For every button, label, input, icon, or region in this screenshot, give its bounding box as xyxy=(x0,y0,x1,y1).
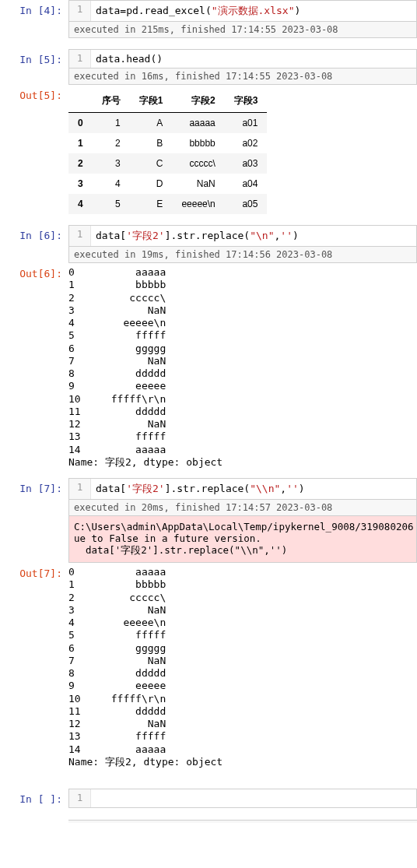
input-area-6: 1 data['字段2'].str.replace("\n",'') execu… xyxy=(68,225,417,263)
table-cell: A xyxy=(130,113,173,134)
table-row: 01Aaaaaaa01 xyxy=(68,113,267,134)
table-header xyxy=(68,90,93,113)
line-number: 1 xyxy=(69,789,91,807)
input-area-7: 1 data['字段2'].str.replace("\\n",'') exec… xyxy=(68,478,417,563)
table-header: 字段3 xyxy=(225,90,268,113)
table-cell: aaaaa xyxy=(172,113,224,134)
table-cell: eeeee\n xyxy=(172,194,224,214)
table-cell: NaN xyxy=(172,174,224,194)
table-cell: 4 xyxy=(93,174,130,194)
stderr-output-7: C:\Users\admin\AppData\Local\Temp/ipyker… xyxy=(68,516,417,563)
row-index: 3 xyxy=(68,174,93,194)
exec-timing-5: executed in 16ms, finished 17:14:55 2023… xyxy=(68,69,417,85)
line-number: 1 xyxy=(69,226,91,246)
prompt-in-empty: In [ ]: xyxy=(0,789,68,809)
table-cell: 3 xyxy=(93,153,130,174)
output-area-5: 序号字段1字段2字段3 01Aaaaaaa0112Bbbbbba0223Cccc… xyxy=(68,85,417,225)
cell-in-6: In [6]: 1 data['字段2'].str.replace("\n",'… xyxy=(0,225,417,263)
exec-timing-4: executed in 215ms, finished 17:14:55 202… xyxy=(68,22,417,38)
cell-in-7: In [7]: 1 data['字段2'].str.replace("\\n",… xyxy=(0,478,417,563)
cell-in-4: In [4]: 1 data=pd.read_excel("演示数据.xlsx"… xyxy=(0,0,417,38)
table-row: 34DNaNa04 xyxy=(68,174,267,194)
table-cell: D xyxy=(130,174,173,194)
cell-out-7: Out[7]: 0 aaaaa 1 bbbbb 2 ccccc\ 3 NaN 4… xyxy=(0,563,417,778)
table-row: 23Cccccc\a03 xyxy=(68,153,267,174)
partial-edge xyxy=(68,820,417,823)
cell-out-6: Out[6]: 0 aaaaa 1 bbbbb 2 ccccc\ 3 NaN 4… xyxy=(0,263,417,478)
table-row: 45Eeeeee\na05 xyxy=(68,194,267,214)
table-row: 12Bbbbbba02 xyxy=(68,133,267,153)
table-cell: a04 xyxy=(225,174,268,194)
code-input-4[interactable]: 1 data=pd.read_excel("演示数据.xlsx") xyxy=(68,0,417,22)
row-index: 1 xyxy=(68,133,93,153)
output-area-6: 0 aaaaa 1 bbbbb 2 ccccc\ 3 NaN 4 eeeee\n… xyxy=(68,263,417,478)
table-header: 字段2 xyxy=(172,90,224,113)
input-area-5: 1 data.head() executed in 16ms, finished… xyxy=(68,49,417,85)
prompt-out-5: Out[5]: xyxy=(0,85,68,225)
series-output-6: 0 aaaaa 1 bbbbb 2 ccccc\ 3 NaN 4 eeeee\n… xyxy=(68,263,417,478)
code-text xyxy=(91,789,416,807)
line-number: 1 xyxy=(69,50,91,68)
cell-partial-bottom xyxy=(0,820,417,828)
input-area-empty: 1 xyxy=(68,789,417,809)
series-output-7: 0 aaaaa 1 bbbbb 2 ccccc\ 3 NaN 4 eeeee\n… xyxy=(68,563,417,778)
prompt-out-6: Out[6]: xyxy=(0,263,68,478)
row-index: 0 xyxy=(68,113,93,134)
cell-out-5: Out[5]: 序号字段1字段2字段3 01Aaaaaaa0112Bbbbbba… xyxy=(0,85,417,225)
table-cell: bbbbb xyxy=(172,133,224,153)
table-cell: E xyxy=(130,194,173,214)
prompt-in-4: In [4]: xyxy=(0,0,68,38)
code-text: data.head() xyxy=(91,50,416,68)
table-cell: ccccc\ xyxy=(172,153,224,174)
exec-timing-7: executed in 20ms, finished 17:14:57 2023… xyxy=(68,500,417,516)
code-input-7[interactable]: 1 data['字段2'].str.replace("\\n",'') xyxy=(68,478,417,500)
code-text: data=pd.read_excel("演示数据.xlsx") xyxy=(91,1,416,21)
prompt-in-5: In [5]: xyxy=(0,49,68,85)
dataframe-table: 序号字段1字段2字段3 01Aaaaaaa0112Bbbbbba0223Cccc… xyxy=(68,90,267,214)
prompt-out-7: Out[7]: xyxy=(0,563,68,778)
cell-in-empty: In [ ]: 1 xyxy=(0,789,417,809)
table-cell: a02 xyxy=(225,133,268,153)
table-header: 序号 xyxy=(93,90,130,113)
table-cell: 2 xyxy=(93,133,130,153)
table-cell: C xyxy=(130,153,173,174)
table-cell: 1 xyxy=(93,113,130,134)
code-input-5[interactable]: 1 data.head() xyxy=(68,49,417,69)
table-cell: B xyxy=(130,133,173,153)
table-cell: a05 xyxy=(225,194,268,214)
input-area-4: 1 data=pd.read_excel("演示数据.xlsx") execut… xyxy=(68,0,417,38)
line-number: 1 xyxy=(69,479,91,499)
cell-in-5: In [5]: 1 data.head() executed in 16ms, … xyxy=(0,49,417,85)
prompt-in-6: In [6]: xyxy=(0,225,68,263)
code-input-6[interactable]: 1 data['字段2'].str.replace("\n",'') xyxy=(68,225,417,247)
code-text: data['字段2'].str.replace("\\n",'') xyxy=(91,479,416,499)
table-cell: 5 xyxy=(93,194,130,214)
output-area-7: 0 aaaaa 1 bbbbb 2 ccccc\ 3 NaN 4 eeeee\n… xyxy=(68,563,417,778)
code-input-empty[interactable]: 1 xyxy=(68,789,417,808)
row-index: 2 xyxy=(68,153,93,174)
line-number: 1 xyxy=(69,1,91,21)
row-index: 4 xyxy=(68,194,93,214)
table-header: 字段1 xyxy=(130,90,173,113)
table-cell: a03 xyxy=(225,153,268,174)
table-cell: a01 xyxy=(225,113,268,134)
code-text: data['字段2'].str.replace("\n",'') xyxy=(91,226,416,246)
exec-timing-6: executed in 19ms, finished 17:14:56 2023… xyxy=(68,247,417,263)
prompt-in-7: In [7]: xyxy=(0,478,68,563)
